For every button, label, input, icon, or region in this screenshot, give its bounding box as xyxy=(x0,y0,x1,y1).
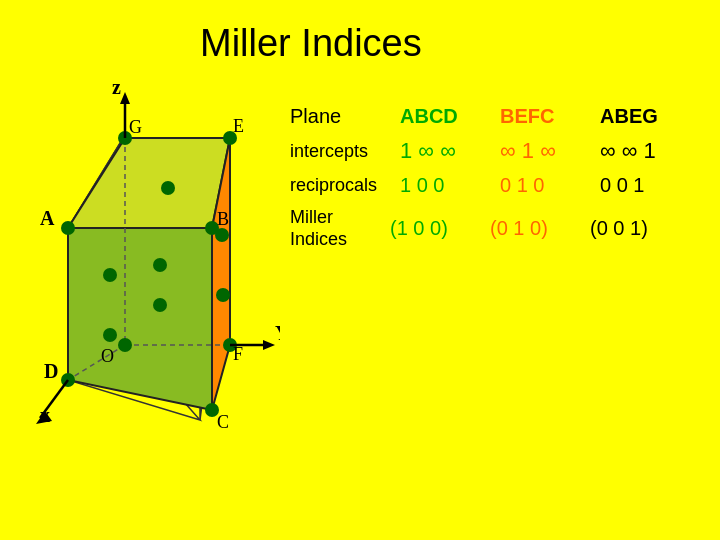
intercepts-abeg: ∞ ∞ 1 xyxy=(600,138,710,164)
miller-label: Miller Indices xyxy=(290,207,390,250)
reciprocals-abeg: 0 0 1 xyxy=(600,174,710,197)
dot-face2 xyxy=(153,298,167,312)
reciprocals-label: reciprocals xyxy=(290,175,400,196)
e-label: E xyxy=(233,116,244,136)
page-title: Miller Indices xyxy=(200,22,422,65)
intercepts-label: intercepts xyxy=(290,141,400,162)
miller-befc: (0 1 0) xyxy=(490,217,590,240)
intercepts-befc: ∞ 1 ∞ xyxy=(500,138,600,164)
miller-abeg: (0 0 1) xyxy=(590,217,700,240)
reciprocals-abcd: 1 0 0 xyxy=(400,174,500,197)
intercepts-row: intercepts 1 ∞ ∞ ∞ 1 ∞ ∞ ∞ 1 xyxy=(290,138,710,164)
cube-diagram: z G A D x O E B Y F C xyxy=(30,80,285,480)
c-label: C xyxy=(217,412,229,432)
col-abcd-header: ABCD xyxy=(400,105,500,128)
y-axis-arrow xyxy=(263,340,275,350)
dot-face4 xyxy=(153,258,167,272)
dot-right1 xyxy=(215,228,229,242)
top-face-abeg xyxy=(68,138,230,228)
miller-row: Miller Indices (1 0 0) (0 1 0) (0 0 1) xyxy=(290,207,710,250)
miller-abcd: (1 0 0) xyxy=(390,217,490,240)
z-axis-label: z xyxy=(112,80,121,98)
dot-face1 xyxy=(103,268,117,282)
front-face-abcd xyxy=(68,228,212,410)
miller-indices-table: Plane ABCD BEFC ABEG intercepts 1 ∞ ∞ ∞ … xyxy=(290,105,710,260)
reciprocals-befc: 0 1 0 xyxy=(500,174,600,197)
intercepts-abcd: 1 ∞ ∞ xyxy=(400,138,500,164)
dot-right2 xyxy=(216,288,230,302)
table-header-row: Plane ABCD BEFC ABEG xyxy=(290,105,710,128)
x-label: x xyxy=(40,404,50,426)
col-befc-header: BEFC xyxy=(500,105,600,128)
col-abeg-header: ABEG xyxy=(600,105,710,128)
dot-top1 xyxy=(161,181,175,195)
o-label: O xyxy=(101,346,114,366)
g-label: G xyxy=(129,117,142,137)
dot-a xyxy=(61,221,75,235)
plane-header: Plane xyxy=(290,105,400,128)
b-label: B xyxy=(217,209,229,229)
f-label: F xyxy=(233,344,243,364)
z-axis-arrow xyxy=(120,92,130,104)
cube-drawing: z G A D x O E B Y F C xyxy=(30,80,280,470)
d-label: D xyxy=(44,360,58,382)
a-label: A xyxy=(40,207,55,229)
y-label: Y xyxy=(275,322,280,344)
dot-o xyxy=(118,338,132,352)
reciprocals-row: reciprocals 1 0 0 0 1 0 0 0 1 xyxy=(290,174,710,197)
dot-face3 xyxy=(103,328,117,342)
